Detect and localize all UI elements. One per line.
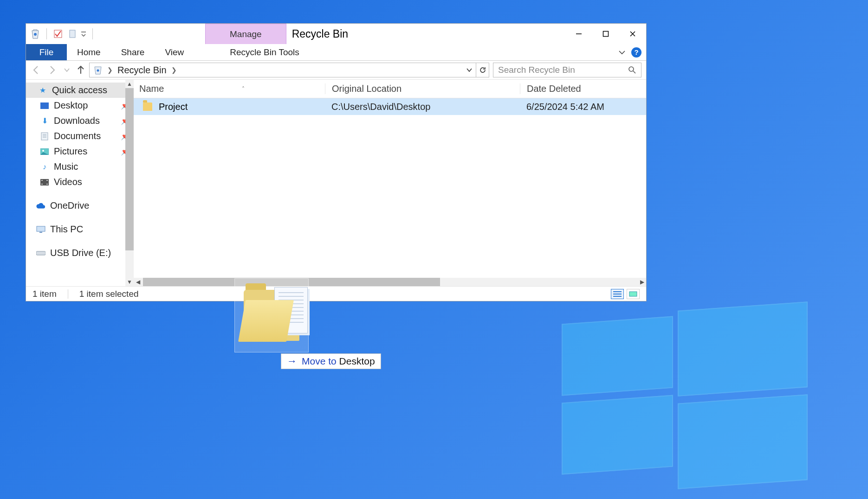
column-header-original-location[interactable]: Original Location bbox=[325, 83, 520, 94]
sidebar-item-documents[interactable]: Documents 📌 bbox=[26, 128, 134, 144]
close-button[interactable] bbox=[619, 24, 646, 44]
content-h-scrollbar[interactable]: ◀ ▶ bbox=[134, 278, 646, 286]
file-original-location: C:\Users\David\Desktop bbox=[325, 102, 520, 112]
column-label: Name bbox=[139, 83, 164, 94]
svg-rect-2 bbox=[70, 30, 75, 38]
scroll-thumb[interactable] bbox=[125, 88, 134, 250]
drag-preview bbox=[234, 278, 309, 352]
nav-up-button[interactable] bbox=[76, 65, 85, 75]
breadcrumb[interactable]: Recycle Bin bbox=[117, 65, 167, 76]
address-dropdown-icon[interactable] bbox=[463, 63, 476, 77]
search-input[interactable]: Search Recycle Bin bbox=[493, 63, 641, 77]
explorer-window: Manage Recycle Bin File Home Share View … bbox=[26, 23, 647, 301]
help-icon[interactable]: ? bbox=[631, 47, 641, 58]
window-title: Recycle Bin bbox=[286, 24, 348, 44]
address-search-row: ❯ Recycle Bin ❯ Search Recycle Bin bbox=[26, 61, 646, 79]
svg-rect-6 bbox=[40, 102, 49, 109]
refresh-icon[interactable] bbox=[476, 63, 489, 77]
minimize-button[interactable] bbox=[565, 24, 592, 44]
title-bar[interactable]: Manage Recycle Bin bbox=[26, 24, 646, 44]
sidebar-quick-access[interactable]: ★ Quick access bbox=[26, 83, 134, 98]
folder-icon bbox=[143, 102, 152, 111]
scroll-right-icon[interactable]: ▶ bbox=[638, 279, 646, 285]
scroll-up-icon[interactable]: ▲ bbox=[125, 80, 134, 88]
navigation-pane: ★ Quick access Desktop 📌 ⬇ Downloads 📌 D… bbox=[26, 80, 134, 286]
sidebar-item-music[interactable]: ♪ Music bbox=[26, 159, 134, 174]
svg-point-4 bbox=[97, 70, 99, 72]
sidebar-item-downloads[interactable]: ⬇ Downloads 📌 bbox=[26, 113, 134, 128]
sidebar-item-label: USB Drive (E:) bbox=[50, 248, 111, 258]
ribbon-tab-share[interactable]: Share bbox=[111, 44, 155, 60]
sidebar-item-label: Quick access bbox=[52, 85, 107, 96]
svg-rect-11 bbox=[41, 180, 43, 181]
status-selection: 1 item selected bbox=[79, 289, 139, 299]
videos-icon bbox=[40, 178, 49, 187]
desktop-icon bbox=[40, 101, 49, 110]
chevron-right-icon[interactable]: ❯ bbox=[107, 66, 113, 74]
address-bar[interactable]: ❯ Recycle Bin ❯ bbox=[89, 63, 489, 77]
nav-history-dropdown[interactable] bbox=[64, 67, 70, 73]
svg-rect-3 bbox=[603, 32, 609, 37]
sidebar-item-label: Videos bbox=[54, 177, 82, 187]
status-item-count: 1 item bbox=[32, 289, 57, 299]
column-header-date-deleted[interactable]: Date Deleted bbox=[520, 83, 641, 94]
pictures-icon bbox=[40, 147, 49, 156]
ribbon-tab-view[interactable]: View bbox=[155, 44, 194, 60]
svg-point-0 bbox=[34, 33, 37, 36]
svg-rect-16 bbox=[39, 232, 42, 233]
windows-logo-wallpaper bbox=[562, 306, 808, 473]
drop-destination: Desktop bbox=[339, 356, 375, 366]
sidebar-item-desktop[interactable]: Desktop 📌 bbox=[26, 98, 134, 113]
sidebar-this-pc[interactable]: This PC bbox=[26, 222, 134, 237]
sidebar-item-videos[interactable]: Videos bbox=[26, 174, 134, 190]
sidebar-scrollbar[interactable]: ▲ ▼ bbox=[125, 80, 134, 286]
chevron-right-icon[interactable]: ❯ bbox=[171, 66, 177, 74]
ribbon-context-tab-manage[interactable]: Manage bbox=[205, 24, 286, 44]
sidebar-usb-drive[interactable]: USB Drive (E:) bbox=[26, 245, 134, 261]
sidebar-item-label: Desktop bbox=[54, 100, 88, 111]
scroll-down-icon[interactable]: ▼ bbox=[125, 278, 134, 286]
this-pc-icon bbox=[36, 225, 45, 234]
maximize-button[interactable] bbox=[592, 24, 619, 44]
sidebar-item-label: Documents bbox=[54, 131, 101, 141]
svg-rect-18 bbox=[629, 292, 637, 296]
usb-drive-icon bbox=[36, 249, 45, 258]
svg-rect-14 bbox=[46, 184, 48, 185]
documents-icon bbox=[40, 132, 49, 141]
ribbon-tab-recycle-bin-tools[interactable]: Recycle Bin Tools bbox=[220, 44, 310, 60]
column-headers: Name ˄ Original Location Date Deleted bbox=[134, 80, 646, 98]
sidebar-item-label: Downloads bbox=[54, 115, 100, 126]
drop-action-label: Move to bbox=[302, 356, 339, 366]
sidebar-item-label: Music bbox=[54, 161, 78, 172]
svg-rect-17 bbox=[36, 251, 45, 255]
file-list: Name ˄ Original Location Date Deleted Pr… bbox=[134, 80, 646, 286]
ribbon-tab-home[interactable]: Home bbox=[67, 44, 111, 60]
onedrive-icon bbox=[36, 201, 45, 211]
ribbon-tabs: File Home Share View Recycle Bin Tools ? bbox=[26, 44, 646, 61]
view-details-button[interactable] bbox=[611, 289, 624, 299]
qat-newfolder-icon[interactable] bbox=[66, 27, 79, 40]
qat-properties-icon[interactable] bbox=[52, 27, 65, 40]
scroll-left-icon[interactable]: ◀ bbox=[134, 279, 142, 285]
sidebar-item-pictures[interactable]: Pictures 📌 bbox=[26, 144, 134, 159]
arrow-right-icon: → bbox=[287, 355, 297, 367]
file-row[interactable]: Project C:\Users\David\Desktop 6/25/2024… bbox=[134, 98, 646, 115]
sort-indicator-icon: ˄ bbox=[242, 86, 245, 92]
svg-point-5 bbox=[629, 67, 634, 71]
divider bbox=[68, 289, 68, 299]
svg-point-9 bbox=[42, 150, 44, 152]
nav-forward-button[interactable] bbox=[47, 65, 58, 75]
view-large-icons-button[interactable] bbox=[627, 289, 640, 299]
sidebar-onedrive[interactable]: OneDrive bbox=[26, 198, 134, 213]
sidebar-item-label: OneDrive bbox=[50, 200, 89, 211]
sidebar-item-label: This PC bbox=[50, 224, 83, 235]
column-header-name[interactable]: Name ˄ bbox=[139, 83, 325, 94]
ribbon-collapse-icon[interactable] bbox=[618, 49, 626, 56]
nav-back-button[interactable] bbox=[31, 65, 41, 75]
qat-customize-dropdown[interactable] bbox=[81, 29, 88, 38]
status-bar: 1 item 1 item selected bbox=[26, 286, 646, 301]
quick-access-toolbar bbox=[26, 24, 98, 44]
svg-rect-15 bbox=[37, 226, 45, 231]
ribbon-tab-file[interactable]: File bbox=[26, 44, 67, 60]
recycle-bin-icon bbox=[93, 65, 103, 75]
